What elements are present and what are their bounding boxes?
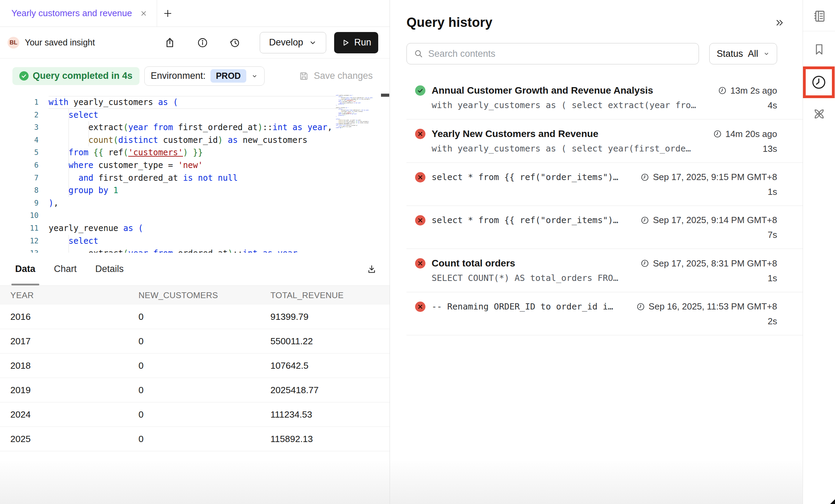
search-input[interactable] — [428, 49, 692, 59]
code-line[interactable]: from {{ ref('customers') }} — [49, 146, 336, 159]
develop-label: Develop — [269, 37, 303, 48]
table-cell: 2019 — [0, 385, 138, 396]
avatar: BL — [8, 37, 19, 49]
column-new-customers: NEW_CUSTOMERS — [138, 291, 270, 300]
code-line[interactable]: group by 1 — [49, 184, 336, 197]
code-line[interactable]: select — [49, 235, 336, 248]
lineage-icon[interactable] — [803, 105, 835, 123]
query-duration: 7s — [768, 230, 777, 240]
code-line[interactable]: count(distinct customer_id) as new_custo… — [49, 134, 336, 147]
table-row[interactable]: 20250115892.13 — [0, 427, 390, 451]
sidebar-divider — [803, 31, 835, 31]
table-cell: 2018 — [0, 360, 138, 371]
results-table-body: 2016091399.7920170550011.2220180107642.5… — [0, 305, 390, 451]
close-icon[interactable] — [140, 9, 148, 18]
table-cell: 0 — [138, 385, 270, 396]
query-sql-preview: with yearly_customers as ( select extrac… — [432, 100, 761, 110]
table-cell: 2024 — [0, 409, 138, 420]
status-error-icon — [415, 129, 425, 139]
develop-button[interactable]: Develop — [260, 32, 326, 53]
query-history-item[interactable]: Yearly New Customers and Revenue 14m 20s… — [406, 119, 803, 162]
tab-data[interactable]: Data — [15, 253, 35, 285]
code-line[interactable] — [49, 209, 336, 222]
new-tab-button[interactable] — [163, 8, 173, 19]
query-history-title: Query history — [406, 15, 493, 30]
share-icon[interactable] — [164, 37, 176, 49]
query-status-pill: Query completed in 4s — [12, 67, 140, 85]
tab-chart[interactable]: Chart — [54, 253, 77, 285]
collapse-panel-icon[interactable] — [774, 18, 785, 28]
table-cell: 0 — [138, 434, 270, 444]
editor-scrollbar[interactable] — [381, 93, 390, 253]
table-row[interactable]: 201902025418.77 — [0, 378, 390, 402]
table-row[interactable]: 20180107642.5 — [0, 354, 390, 378]
success-check-icon — [19, 71, 29, 81]
query-history-item[interactable]: select * from {{ ref("order_items")… Sep… — [406, 206, 803, 249]
tab-details[interactable]: Details — [95, 253, 124, 285]
search-box[interactable] — [406, 43, 699, 64]
code-line[interactable]: yearly_revenue as ( — [49, 222, 336, 235]
save-icon — [299, 71, 309, 81]
right-icon-sidebar — [803, 0, 835, 504]
run-button[interactable]: Run — [334, 32, 378, 53]
code-line[interactable]: extract(year from ordered_at)::int as ye… — [49, 247, 336, 253]
query-timestamp: Sep 17, 2025, 9:14 PM GMT+8 — [640, 215, 777, 225]
status-error-icon — [415, 172, 425, 182]
line-numbers: 12345678910111213 — [0, 93, 43, 253]
environment-label: Environment: — [151, 71, 206, 81]
bookmark-icon[interactable] — [803, 41, 835, 58]
editor-minimap[interactable]: with yearly_customers as ( select extrac… — [336, 95, 381, 251]
line-number: 5 — [0, 146, 39, 159]
table-cell: 107642.5 — [270, 360, 390, 371]
code-line[interactable]: select — [49, 109, 336, 122]
query-timestamp: Sep 17, 2025, 8:31 PM GMT+8 — [640, 258, 777, 269]
code-line[interactable]: where customer_type = 'new' — [49, 159, 336, 172]
query-history-item[interactable]: Count total orders Sep 17, 2025, 8:31 PM… — [406, 249, 803, 292]
code-line[interactable]: extract(year from first_ordered_at)::int… — [49, 121, 336, 134]
clock-icon — [636, 302, 645, 311]
indent-guide — [89, 121, 89, 146]
table-cell: 0 — [138, 312, 270, 322]
table-row[interactable]: 20170550011.22 — [0, 329, 390, 354]
code-line[interactable]: and first_ordered_at is not null — [49, 172, 336, 185]
clock-icon — [713, 129, 722, 138]
tab-title: Yearly customers and revenue — [11, 8, 132, 19]
save-changes-button[interactable]: Save changes — [299, 71, 373, 81]
code-line[interactable]: ), — [49, 197, 336, 210]
line-number: 11 — [0, 222, 39, 235]
status-filter-dropdown[interactable]: Status All — [709, 43, 777, 64]
query-history-controls: Status All — [406, 43, 803, 64]
query-history-item[interactable]: Annual Customer Growth and Revenue Analy… — [406, 76, 803, 119]
line-number: 9 — [0, 197, 39, 210]
notebook-icon[interactable] — [803, 8, 835, 25]
info-icon[interactable] — [197, 37, 208, 48]
environment-selector[interactable]: Environment: PROD — [144, 66, 265, 86]
query-history-list: Annual Customer Growth and Revenue Analy… — [406, 76, 803, 335]
version-history-icon[interactable] — [229, 37, 240, 48]
tab-yearly-customers[interactable]: Yearly customers and revenue — [0, 0, 157, 27]
query-timestamp: 14m 20s ago — [713, 129, 777, 139]
query-history-clock-icon-highlighted[interactable] — [803, 66, 835, 98]
line-number: 13 — [0, 247, 39, 253]
table-row[interactable]: 20240111234.53 — [0, 402, 390, 427]
code-area[interactable]: with yearly_customers as ( select extrac… — [43, 93, 336, 253]
scrollbar-thumb[interactable] — [381, 94, 389, 97]
query-title: -- Renaming ORDER_ID to order_id i… — [432, 302, 630, 312]
play-icon — [341, 38, 350, 47]
table-row[interactable]: 2016091399.79 — [0, 305, 390, 329]
sql-code-editor[interactable]: 12345678910111213 with yearly_customers … — [0, 93, 390, 253]
query-history-item[interactable]: -- Renaming ORDER_ID to order_id i… Sep … — [406, 292, 803, 335]
table-cell: 0 — [138, 409, 270, 420]
clock-icon — [640, 173, 649, 182]
query-duration: 2s — [768, 316, 777, 327]
query-history-item[interactable]: select * from {{ ref("order_items")… Sep… — [406, 163, 803, 206]
column-total-revenue: TOTAL_REVENUE — [270, 291, 390, 300]
code-line[interactable]: with yearly_customers as ( — [49, 96, 336, 109]
table-cell: 115892.13 — [270, 434, 390, 444]
insight-toolbar: BL Your saved insight Develop Run — [0, 27, 390, 59]
status-filter-value: All — [748, 49, 758, 59]
query-duration: 1s — [768, 187, 777, 197]
line-number: 10 — [0, 209, 39, 222]
download-icon[interactable] — [366, 264, 377, 275]
resize-corner — [830, 499, 835, 504]
